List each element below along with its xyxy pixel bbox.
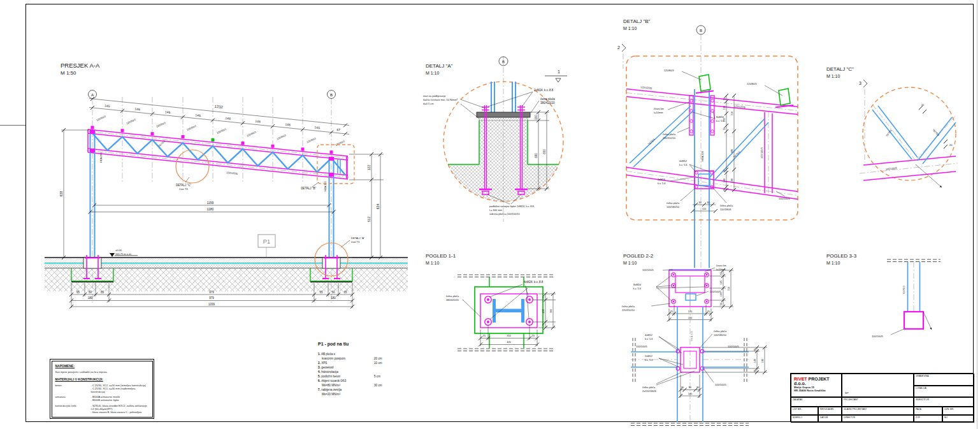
anchor-note1: podložne navojne šipke 2xM24, k.v. 8.8,: [489, 205, 535, 208]
legend-item: 3. geotekstil: [318, 365, 430, 370]
diag-label: 70/70/3: [932, 128, 940, 137]
dim: 310: [727, 286, 730, 291]
notes-row-line: - klasa zavara B; klasa zavara C - prihv…: [91, 411, 149, 414]
pogled-3-3-drawing: POGLED 3-3 M 1:10 70/70/3 100/100/5: [826, 253, 940, 338]
legend-text: nabijena zemlja: [321, 388, 342, 391]
field-label-ozn: OZN. BR.: [943, 407, 974, 411]
title-block: RIVET PROJEKT d.o.o. Matije Gupca 15 HR-…: [790, 373, 974, 422]
dim: 180: [331, 296, 336, 300]
legend-num: 5.: [318, 375, 321, 378]
title-block-director-cell: DIREKTOR: [842, 415, 914, 423]
dim: 486: [730, 149, 733, 153]
field-label-zop: ZOP: [914, 416, 942, 419]
purlin-label: 120/80/3: [335, 140, 345, 147]
dim-left: 638: [59, 191, 63, 197]
plate-note: čelna ploča: [714, 330, 727, 333]
purlin-label: 120/80/3: [747, 82, 757, 85]
section-mark-2: 2: [617, 45, 620, 50]
bolt-note: 4xM12: [679, 159, 688, 163]
title-block-scale-cell: MJERILO: [791, 415, 818, 423]
dim: 220: [688, 316, 693, 319]
field-label-projektant: PROJEKTANT: [842, 398, 913, 401]
title-block-revision-cell: REVIZIJA BR.: [818, 407, 842, 415]
drawing-sheet-viewport: PRESJEK A-A M 1:50 A B 145 146 146 146 1…: [0, 0, 980, 429]
chord-label: 120/120/5: [640, 85, 652, 90]
pogled-1-1-drawing: POGLED 1-1 M 1:10 čelna ploča 380/: [426, 253, 556, 351]
dim-seg: 146: [165, 110, 171, 114]
purlin-label: 120/80/3: [276, 133, 287, 140]
field-label-mjerilo: MJERILO: [791, 416, 818, 419]
dim: 140: [723, 178, 726, 182]
notes-row-label: armatura:: [55, 395, 91, 402]
detalj-b-drawing: DETALJ "B" M 1:10 B 2: [617, 18, 798, 271]
notes-row-label: konstrukcijski čelik:: [55, 404, 91, 414]
subgrade-hatch: [45, 268, 408, 291]
dim: 180: [761, 358, 764, 363]
grid-label-a: A: [91, 93, 94, 97]
bolt-note2: k.v. 5.6: [633, 287, 641, 290]
pogled-2-title: POGLED 2-2: [623, 253, 654, 259]
dim: 110: [702, 207, 707, 210]
dim-mid2: 1180: [207, 207, 214, 211]
purlin-label: 120/80/3: [664, 69, 674, 72]
grout-note: mort za podlijevanje: [423, 94, 446, 98]
legend-num: 2.: [318, 361, 321, 365]
column-label: HEA 220: [99, 152, 103, 163]
plate-size: 220/310/10: [622, 309, 635, 312]
legend-item: 6. zbijeni tucanik 0/63 Ms=80 MN/m²30 cm: [318, 379, 430, 388]
detail-b-callout-label: DETALJ "B": [301, 187, 316, 190]
detalj-c-drawing: DETALJ "C" M 1:10 3 100/100/5 70/70/3 70…: [826, 66, 958, 187]
column-label: HEA 220: [701, 150, 704, 161]
lim-note: čeoni lim: [654, 107, 664, 110]
bolt-note2: k.v. 5.6: [658, 182, 666, 185]
dim: 25: [670, 310, 674, 313]
notes-row-label: beton:: [55, 384, 91, 393]
plate-note: čelna ploča: [642, 386, 656, 389]
dim-600: 600: [543, 149, 546, 154]
chord-label: 100/100/5: [226, 171, 238, 175]
pogled-2-2-drawing: POGLED 2-2 M 1:10 120/120/5 čeoni lim: [622, 253, 767, 426]
dim: 310: [730, 111, 733, 115]
dim: 979: [209, 291, 214, 294]
bolt-note: 2xM24, k.v. 8.8: [534, 89, 554, 92]
notes-materials-heading: MATERIJALI U KONSTRUKCIJI:: [55, 377, 149, 381]
purlin-mark-green: [212, 138, 215, 142]
legend-text: hidroizolacija: [321, 370, 338, 374]
pogled-2-scale: M 1:10: [623, 261, 637, 265]
field-label-gradevina: GRAĐEVINA: [914, 374, 974, 377]
dim: 360: [549, 309, 552, 313]
profile-note: 120/120/5: [642, 268, 654, 272]
level-elevation: 161.75 m n.m.: [115, 252, 132, 256]
title-block-date-cell: DATUM: [818, 415, 842, 423]
detalj-b-title: DETALJ "B": [623, 18, 651, 24]
notes-row-steel: konstrukcijski čelik: - S235J0, klasa iz…: [55, 404, 149, 414]
dim-seg: 145: [104, 103, 110, 108]
grid-label: B: [700, 29, 702, 33]
chord-label: 100/100/5: [779, 197, 791, 200]
legend-text: AB ploča s: [321, 353, 335, 356]
dim-total: 1339: [208, 303, 215, 306]
notes-row-rebar: armatura: - B500A armaturne mreže - B500…: [55, 395, 149, 402]
legend-text2: Ms=80 MN/m²: [322, 384, 340, 387]
detalj-a-drawing: DETALJ "A" M 1:10 B 1: [423, 56, 567, 222]
dim: 50: [331, 291, 335, 294]
purlin-label: 120/80/3: [246, 130, 257, 137]
dim: 420: [507, 340, 511, 344]
dim-total-top: 1232: [214, 105, 224, 109]
legend-text: podložni beton: [321, 375, 340, 378]
dim-right-512: 512: [367, 217, 371, 222]
dim: 170: [688, 310, 693, 313]
presjek-title: PRESJEK A-A: [61, 62, 100, 69]
purlin-label: 120/80/3: [126, 118, 136, 125]
detail-a-callout-node: čvor T3: [351, 240, 360, 244]
notes-line: Sve mjere provjeriti i uskladiti na licu…: [55, 370, 149, 374]
plate-note: čelna ploča: [540, 98, 555, 101]
bolt-note: 2xM16: [658, 178, 666, 181]
anchor-note2: L= 600 mm: [489, 208, 503, 212]
legend-value: 5 cm: [374, 374, 380, 379]
detalj-a-scale: M 1:10: [426, 71, 440, 75]
pogled-1-scale: M 1:10: [426, 261, 440, 265]
legend-num: 7.: [318, 388, 321, 391]
dim: 20: [753, 369, 756, 372]
section-mark-3: 3: [859, 81, 861, 85]
